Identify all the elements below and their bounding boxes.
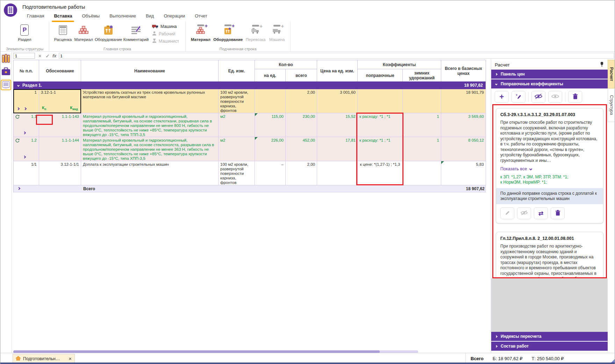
cell-ref-input[interactable] <box>13 53 35 59</box>
row11-price-cell[interactable]: 15,52 <box>317 113 358 137</box>
tab-vypolnenie[interactable]: Выполнение <box>105 12 141 21</box>
kp-factor-badge[interactable]: Кп <box>42 106 46 112</box>
row11-num-cell[interactable]: 1.1 <box>14 113 39 137</box>
side-tab-structure[interactable]: Структура <box>608 88 615 122</box>
composition-panel-bar[interactable]: Состав работ <box>491 342 608 351</box>
operator-button[interactable]: Машинист <box>152 38 179 44</box>
row1-price-cell[interactable]: 3 001,60 <box>317 89 358 113</box>
row1-qty-per-cell[interactable] <box>255 89 286 113</box>
sub-material-button[interactable]: + Материал <box>189 23 212 43</box>
row11-qty-per-cell[interactable]: 115,00 <box>255 113 286 137</box>
add-edit-coefficient-button[interactable]: + <box>512 91 525 103</box>
col-header-num[interactable]: № п.п. <box>14 60 39 82</box>
col-header-basis[interactable]: Обоснование <box>39 60 81 82</box>
row1-1-name-cell[interactable]: Доплата к эксплуатации строительных маши… <box>81 161 219 185</box>
row12-qty-per-cell[interactable]: 226,00 <box>255 137 286 161</box>
tab-otchet[interactable]: Отчет <box>190 12 212 21</box>
kind-factor-badge[interactable]: Кинд <box>70 106 78 112</box>
coefficient-card[interactable]: Гл.12.Прил.8.п.8. 2_12.00.01.08.001 При … <box>496 232 603 278</box>
section-collapse-icon[interactable] <box>17 84 20 86</box>
prices-panel-bar[interactable]: Панель цен <box>491 70 608 79</box>
row1-num-cell[interactable]: 1 <box>14 89 39 113</box>
row1-1-num-cell[interactable]: 1/1 <box>14 161 39 185</box>
col-header-price[interactable]: Цена на ед. изм. <box>317 60 358 82</box>
row12-coef-cell[interactable]: к расходу: *1 ; *1 <box>358 137 403 161</box>
col-header-total[interactable]: Всего в базисных ценах <box>441 60 486 82</box>
row1-name-cell[interactable]: Устройство кровель скатных из трех слоев… <box>81 89 219 113</box>
replace-card-button[interactable]: ⇄ <box>534 207 548 219</box>
row11-unit-cell[interactable]: м2 <box>219 113 255 137</box>
table-row[interactable]: 1/1 3.12-1-1/1 Доплата к эксплуатации ст… <box>13 161 486 185</box>
confirm-icon[interactable]: ✓ <box>45 53 50 58</box>
indexes-panel-bar[interactable]: Индексы пересчета <box>491 332 608 341</box>
estimate-document-icon[interactable] <box>1 80 11 90</box>
table-row[interactable]: 1.1 1.1-1-143 Материал рулонный кровельн… <box>13 113 486 137</box>
machine-button[interactable]: Машина <box>152 23 179 30</box>
hide-card-button[interactable] <box>517 207 531 219</box>
row1-1-basis-cell[interactable]: 3.12-1-1/1 <box>39 161 81 185</box>
sub-machine-button[interactable]: + Машина <box>267 23 287 43</box>
expand-icon[interactable] <box>23 156 26 158</box>
row12-winter-cell[interactable]: 1 <box>403 137 441 161</box>
row1-unit-cell[interactable]: 100 м2 кровли, развернутой поверхности к… <box>219 89 255 113</box>
side-tab-calc[interactable]: Расчет <box>608 60 615 88</box>
row11-coef-cell[interactable]: к расходу: *1 ; *1 <box>358 113 403 137</box>
row12-num-cell[interactable]: 1.2 <box>14 137 39 161</box>
equipment-button[interactable]: Оборудование <box>94 23 122 43</box>
row1-qty-total-cell[interactable]: 2,00 <box>286 89 317 113</box>
resize-grip[interactable] <box>611 359 615 363</box>
expand-icon[interactable] <box>24 107 27 110</box>
section-button[interactable]: P Раздел <box>15 23 34 43</box>
col-header-coef-winter[interactable]: зимних удорожаний <box>403 69 441 82</box>
row1-1-total-cell[interactable]: 5,83 <box>441 161 486 185</box>
expand-icon[interactable] <box>17 187 20 190</box>
row12-total-cell[interactable]: 8 050,12 <box>441 137 486 161</box>
delete-coefficient-button[interactable] <box>568 91 582 103</box>
rate-button[interactable]: Расценка <box>53 23 73 43</box>
briefcase-icon[interactable] <box>1 66 11 77</box>
document-tab[interactable]: Подготовительн… × <box>13 354 75 363</box>
row1-1-price-cell[interactable] <box>317 161 358 185</box>
col-header-unit[interactable]: Ед. изм. <box>219 60 255 82</box>
col-header-name[interactable]: Наименование <box>81 60 219 82</box>
row1-1-winter-cell[interactable] <box>403 161 441 185</box>
row11-basis-cell[interactable]: 1.1-1-143 <box>39 113 81 137</box>
col-header-qty-total[interactable]: всего <box>286 69 317 82</box>
show-coefficient-button[interactable] <box>548 91 562 103</box>
row11-total-cell[interactable]: 3 569,60 <box>441 113 486 137</box>
row1-total-cell[interactable]: 18 901,79 <box>441 89 486 113</box>
col-header-qty-per[interactable]: на ед. <box>255 69 286 82</box>
table-row[interactable]: 1.2 1.1-1-144 Материал рулонный кровельн… <box>13 137 486 161</box>
pin-icon[interactable] <box>600 62 604 68</box>
formula-input[interactable] <box>59 53 614 59</box>
col-header-qty-group[interactable]: Кол-во <box>255 60 317 69</box>
tab-vid[interactable]: Вид <box>141 12 159 21</box>
coefficient-card[interactable]: Сб.3-29.т.3.1.п.3.1.2_03.29.01.07.003 Пр… <box>496 108 603 223</box>
row12-unit-cell[interactable]: м2 <box>219 137 255 161</box>
row1-1-qty-total-cell[interactable]: 2,00 <box>286 161 317 185</box>
estimates-binder-icon[interactable] <box>1 53 11 64</box>
coefficients-panel-bar[interactable]: Поправочные коэффициенты <box>491 79 608 88</box>
cancel-icon[interactable]: × <box>37 53 43 58</box>
row1-1-qty-per-cell[interactable]: – <box>255 161 286 185</box>
add-coefficient-button[interactable]: + <box>495 91 509 103</box>
row1-1-unit-cell[interactable]: 100 м2 кровли, развернутой поверхности к… <box>219 161 255 185</box>
table-row[interactable]: 1 3.12-1-1 Кп Кинд Устройство кровель ск… <box>13 89 486 113</box>
close-icon[interactable]: × <box>69 356 72 361</box>
row12-name-cell[interactable]: Материал рулонный кровельный и гидроизол… <box>81 137 219 161</box>
expand-icon[interactable] <box>23 131 26 134</box>
tab-obyomy[interactable]: Объёмы <box>77 12 105 21</box>
tab-operacii[interactable]: Операции <box>159 12 190 21</box>
col-header-coef-group[interactable]: Коэффициенты <box>358 60 441 69</box>
hide-coefficient-button[interactable] <box>531 91 545 103</box>
tab-glavnaya[interactable]: Главная <box>22 12 49 21</box>
row1-basis-cell[interactable]: 3.12-1-1 Кп Кинд <box>39 89 81 113</box>
sub-equipment-button[interactable]: + Оборудование <box>212 23 244 43</box>
edit-card-button[interactable] <box>500 207 514 219</box>
worker-button[interactable]: Рабочий <box>152 31 179 37</box>
totals-row[interactable]: Всего 18 907,62 <box>13 185 486 192</box>
row11-qty-total-cell[interactable]: 230,00 <box>286 113 317 137</box>
comment-button[interactable]: Комментарий <box>123 23 149 43</box>
sub-transport-button[interactable]: + Перевозка <box>244 23 267 43</box>
row1-winter-cell[interactable] <box>403 89 441 113</box>
